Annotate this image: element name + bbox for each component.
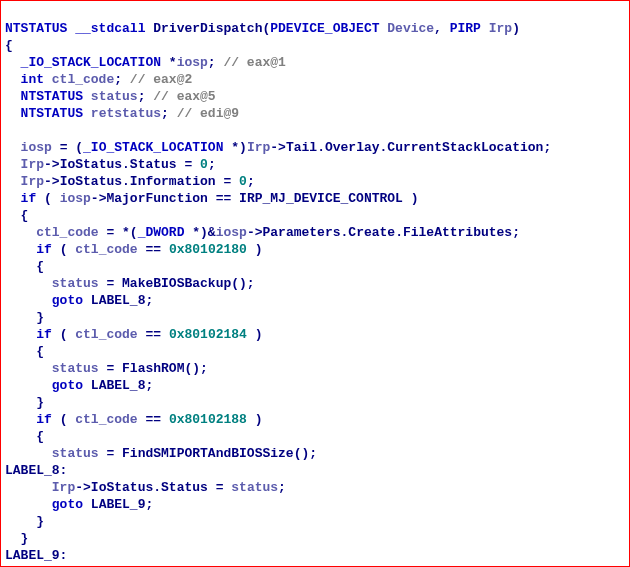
var: Irp bbox=[52, 480, 75, 495]
code-line: goto LABEL_9; bbox=[5, 497, 153, 512]
type-kw: _DWORD bbox=[138, 225, 193, 240]
type-kw: _IO_STACK_LOCATION bbox=[5, 55, 169, 70]
var: ctl_code bbox=[75, 412, 137, 427]
op: ( bbox=[52, 327, 75, 342]
op: == bbox=[138, 242, 169, 257]
brace: { bbox=[5, 259, 44, 274]
comment: // eax@2 bbox=[130, 72, 192, 87]
code-line: _IO_STACK_LOCATION *iosp; // eax@1 bbox=[5, 55, 286, 70]
semi: ; bbox=[247, 174, 255, 189]
comment: // edi@9 bbox=[177, 106, 239, 121]
op: = bbox=[99, 276, 122, 291]
brace: { bbox=[5, 429, 44, 444]
op: ) bbox=[403, 191, 419, 206]
member: MajorFunction bbox=[106, 191, 207, 206]
op: = bbox=[177, 157, 200, 172]
code-line: if ( ctl_code == 0x80102180 ) bbox=[5, 242, 263, 257]
op: ( bbox=[52, 242, 75, 257]
var: status bbox=[231, 480, 278, 495]
member: Overlay bbox=[325, 140, 380, 155]
label-def: LABEL_8: bbox=[5, 463, 67, 478]
sep: , bbox=[434, 21, 450, 36]
op: = bbox=[216, 174, 239, 189]
param-type: PDEVICE_OBJECT bbox=[270, 21, 387, 36]
brace: } bbox=[5, 395, 44, 410]
var: status bbox=[52, 361, 99, 376]
comment: // eax@1 bbox=[223, 55, 285, 70]
op: (); bbox=[231, 276, 254, 291]
op: ( bbox=[36, 191, 59, 206]
op: = bbox=[208, 480, 231, 495]
op: ) bbox=[247, 412, 263, 427]
member: IoStatus bbox=[91, 480, 153, 495]
number: 0x80102184 bbox=[169, 327, 247, 342]
semi: ; bbox=[161, 106, 177, 121]
keyword: goto bbox=[52, 378, 83, 393]
semi: ; bbox=[278, 480, 286, 495]
member: IoStatus bbox=[60, 174, 122, 189]
code-viewer: NTSTATUS __stdcall DriverDispatch(PDEVIC… bbox=[0, 0, 630, 567]
code-line: goto LABEL_8; bbox=[5, 293, 153, 308]
semi: ; bbox=[512, 225, 520, 240]
op: . bbox=[122, 157, 130, 172]
comment: // eax@5 bbox=[153, 89, 215, 104]
func-call: MakeBIOSBackup bbox=[122, 276, 231, 291]
brace: { bbox=[5, 38, 13, 53]
op: -> bbox=[270, 140, 286, 155]
var: ctl_code bbox=[75, 242, 137, 257]
keyword: goto bbox=[52, 293, 83, 308]
calling-conv: __stdcall bbox=[75, 21, 153, 36]
member: Information bbox=[130, 174, 216, 189]
op: = ( bbox=[52, 140, 83, 155]
code-line: if ( ctl_code == 0x80102184 ) bbox=[5, 327, 263, 342]
semi: ; bbox=[145, 497, 153, 512]
op: (); bbox=[184, 361, 207, 376]
number: 0 bbox=[200, 157, 208, 172]
code-line: ctl_code = *(_DWORD *)&iosp->Parameters.… bbox=[5, 225, 520, 240]
keyword: if bbox=[36, 242, 52, 257]
code-line: Irp->IoStatus.Status = 0; bbox=[5, 157, 216, 172]
type-kw: NTSTATUS bbox=[5, 21, 75, 36]
code-line: NTSTATUS retstatus; // edi@9 bbox=[5, 106, 239, 121]
op: . bbox=[395, 225, 403, 240]
op: *) bbox=[231, 140, 247, 155]
member: Parameters bbox=[263, 225, 341, 240]
code-line: Irp->IoStatus.Status = status; bbox=[5, 480, 286, 495]
semi: ; bbox=[543, 140, 551, 155]
op: ) bbox=[247, 327, 263, 342]
semi: ; bbox=[208, 157, 216, 172]
var-name: retstatus bbox=[91, 106, 161, 121]
type-kw: NTSTATUS bbox=[5, 89, 91, 104]
code-line: status = FindSMIPORTAndBIOSSize(); bbox=[5, 446, 317, 461]
brace: } bbox=[5, 514, 44, 529]
var: iosp bbox=[21, 140, 52, 155]
keyword: if bbox=[36, 412, 52, 427]
keyword: goto bbox=[52, 497, 83, 512]
op: = bbox=[99, 446, 122, 461]
op: . bbox=[153, 480, 161, 495]
brace: } bbox=[5, 531, 28, 546]
label-ref: LABEL_8 bbox=[91, 293, 146, 308]
var: status bbox=[52, 276, 99, 291]
semi: ; bbox=[145, 293, 153, 308]
brace: { bbox=[5, 344, 44, 359]
number: 0 bbox=[239, 174, 247, 189]
op: -> bbox=[44, 157, 60, 172]
member: Status bbox=[130, 157, 177, 172]
var: Irp bbox=[247, 140, 270, 155]
member: FileAttributes bbox=[403, 225, 512, 240]
semi: ; bbox=[114, 72, 130, 87]
keyword: if bbox=[21, 191, 37, 206]
label-ref: LABEL_9 bbox=[91, 497, 146, 512]
var: status bbox=[52, 446, 99, 461]
number: 0x80102180 bbox=[169, 242, 247, 257]
member: CurrentStackLocation bbox=[387, 140, 543, 155]
op: -> bbox=[44, 174, 60, 189]
func-call: FlashROM bbox=[122, 361, 184, 376]
semi: ; bbox=[145, 378, 153, 393]
op: = *( bbox=[99, 225, 138, 240]
param-name: Irp bbox=[489, 21, 512, 36]
param-name: Device bbox=[387, 21, 434, 36]
label-def: LABEL_9: bbox=[5, 548, 67, 563]
var-name: ctl_code bbox=[52, 72, 114, 87]
